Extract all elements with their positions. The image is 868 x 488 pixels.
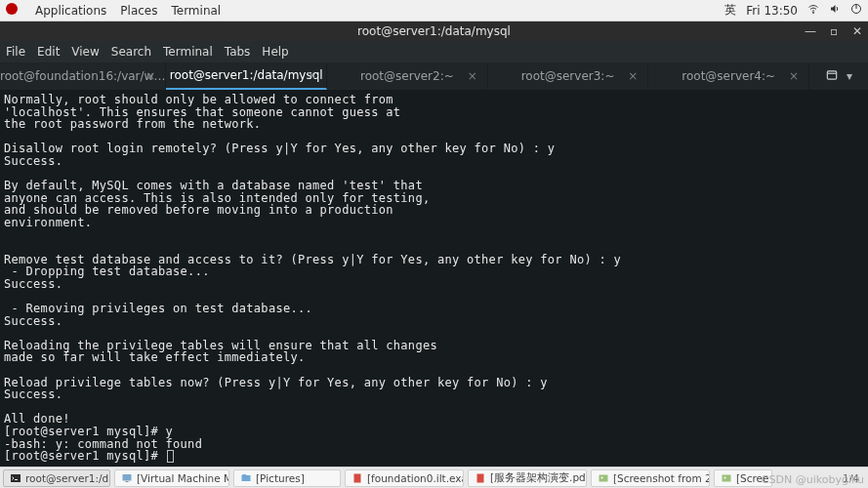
power-icon[interactable] (850, 3, 862, 18)
svg-rect-10 (599, 474, 608, 481)
svg-rect-7 (126, 481, 129, 482)
menu-edit[interactable]: Edit (37, 45, 60, 59)
chevron-down-icon[interactable]: ▾ (847, 69, 852, 83)
terminal-icon (10, 472, 21, 484)
svg-point-13 (724, 476, 726, 478)
task-screenshot1[interactable]: [Screenshot from 202… (591, 469, 710, 487)
fedora-logo-icon (6, 3, 21, 18)
new-tab-icon[interactable] (825, 68, 839, 85)
tab-server2[interactable]: root@server2:~ × (327, 62, 488, 90)
tab-server1[interactable]: root@server1:/data/mysql × (166, 62, 327, 90)
close-icon[interactable]: × (628, 69, 638, 83)
tab-label: root@foundation16:/var/w… (0, 69, 165, 83)
tab-label: root@server3:~ (521, 69, 615, 83)
folder-icon (240, 472, 252, 484)
close-icon[interactable]: × (145, 69, 155, 83)
task-label: [服务器架构演变.pdf] (490, 471, 587, 485)
places-menu[interactable]: Places (120, 4, 157, 18)
clock[interactable]: Fri 13:50 (746, 4, 798, 18)
window-titlebar[interactable]: root@server1:/data/mysql — ▫ ✕ (0, 21, 868, 41)
task-screenshot2[interactable]: [Scree (714, 469, 772, 487)
tab-foundation16[interactable]: root@foundation16:/var/w… × (0, 62, 166, 90)
task-label: root@server1:/data/m… (25, 472, 110, 484)
terminal-output[interactable]: Normally, root should only be allowed to… (0, 90, 868, 467)
gnome-topbar: Applications Places Terminal 英 Fri 13:50 (0, 0, 868, 21)
close-icon[interactable]: × (789, 69, 799, 83)
maximize-button[interactable]: ▫ (827, 24, 841, 38)
taskbar: root@server1:/data/m… [Virtual Machine M… (0, 467, 868, 488)
task-label: [foundation0.ilt.exampl… (367, 472, 464, 484)
applications-menu[interactable]: Applications (35, 4, 106, 18)
svg-rect-5 (11, 474, 21, 482)
pdf-icon (351, 472, 363, 484)
menu-view[interactable]: View (71, 45, 99, 59)
workspace-pager[interactable]: 1/4 (837, 472, 865, 484)
tabbar: root@foundation16:/var/w… × root@server1… (0, 62, 868, 90)
tab-label: root@server1:/data/mysql (170, 68, 323, 82)
svg-rect-6 (123, 474, 132, 481)
tab-label: root@server2:~ (360, 69, 454, 83)
task-terminal[interactable]: root@server1:/data/m… (3, 469, 110, 487)
close-icon[interactable]: × (468, 69, 477, 83)
wifi-icon[interactable] (807, 3, 819, 18)
terminal-text: Normally, root should only be allowed to… (4, 93, 621, 463)
task-vmm[interactable]: [Virtual Machine Manag… (114, 469, 229, 487)
window-title: root@server1:/data/mysql (357, 24, 511, 38)
svg-rect-8 (354, 473, 361, 482)
tab-label: root@server4:~ (682, 69, 775, 83)
menu-search[interactable]: Search (111, 45, 151, 59)
task-foundation-pdf[interactable]: [foundation0.ilt.exampl… (345, 469, 464, 487)
svg-point-11 (601, 476, 603, 478)
tab-extra: ▾ (809, 62, 868, 90)
menu-help[interactable]: Help (262, 45, 288, 59)
task-arch-pdf[interactable]: [服务器架构演变.pdf] (468, 469, 587, 487)
svg-rect-12 (723, 474, 731, 481)
terminal-menu-label[interactable]: Terminal (171, 4, 221, 18)
task-label: [Screenshot from 202… (613, 472, 710, 484)
terminal-cursor (167, 450, 174, 463)
task-label: [Pictures] (256, 472, 305, 484)
task-label: [Scree (736, 472, 769, 484)
vm-icon (121, 472, 133, 484)
tab-server4[interactable]: root@server4:~ × (648, 62, 809, 90)
terminal-window: root@server1:/data/mysql — ▫ ✕ File Edit… (0, 21, 868, 467)
menubar: File Edit View Search Terminal Tabs Help (0, 41, 868, 62)
menu-file[interactable]: File (6, 45, 25, 59)
task-pictures[interactable]: [Pictures] (233, 469, 341, 487)
close-button[interactable]: ✕ (850, 24, 864, 38)
minimize-button[interactable]: — (804, 24, 817, 38)
svg-rect-3 (827, 70, 836, 78)
menu-terminal[interactable]: Terminal (163, 45, 213, 59)
image-icon (721, 472, 732, 484)
volume-icon[interactable] (829, 3, 841, 18)
input-method[interactable]: 英 (724, 2, 736, 19)
tab-server3[interactable]: root@server3:~ × (488, 62, 649, 90)
task-label: [Virtual Machine Manag… (137, 472, 229, 484)
menu-tabs[interactable]: Tabs (225, 45, 251, 59)
svg-point-0 (813, 13, 814, 14)
pdf-icon (475, 472, 486, 484)
image-icon (598, 472, 609, 484)
svg-rect-9 (477, 473, 484, 482)
close-icon[interactable]: × (307, 68, 316, 82)
